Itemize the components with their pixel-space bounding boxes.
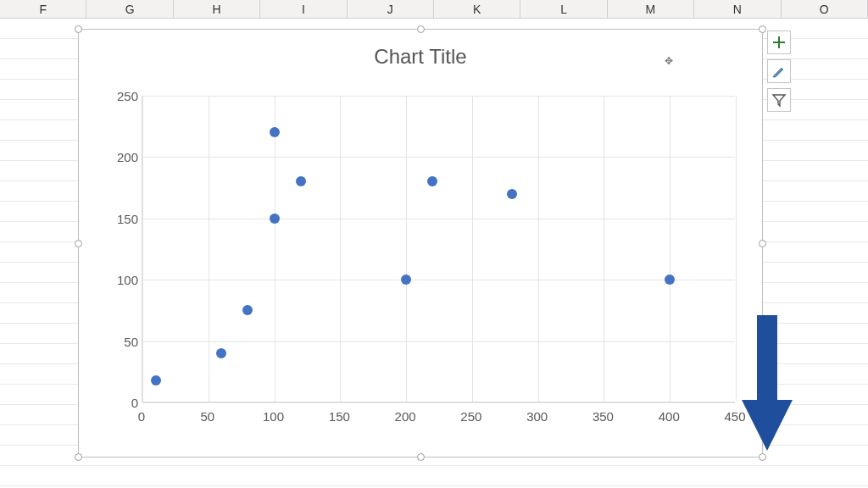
x-tick-label: 300 bbox=[526, 409, 548, 424]
x-tick-label: 250 bbox=[460, 409, 481, 424]
resize-handle[interactable] bbox=[75, 453, 82, 461]
data-point[interactable] bbox=[507, 189, 517, 199]
resize-handle[interactable] bbox=[417, 453, 425, 461]
data-point[interactable] bbox=[216, 348, 226, 358]
col-header[interactable]: H bbox=[174, 0, 260, 18]
arrow-annotation bbox=[742, 315, 793, 454]
x-tick-label: 0 bbox=[138, 409, 145, 424]
col-header[interactable]: N bbox=[694, 0, 781, 18]
move-cursor-icon: ✥ bbox=[665, 55, 672, 67]
resize-handle[interactable] bbox=[417, 25, 425, 33]
data-point[interactable] bbox=[665, 274, 675, 285]
x-tick-label: 350 bbox=[593, 409, 614, 424]
data-point[interactable] bbox=[296, 176, 306, 186]
col-header[interactable]: M bbox=[608, 0, 694, 18]
y-tick-label: 0 bbox=[104, 396, 138, 410]
resize-handle[interactable] bbox=[75, 25, 82, 33]
col-header[interactable]: I bbox=[260, 0, 347, 18]
data-point[interactable] bbox=[270, 127, 280, 137]
chart-elements-button[interactable] bbox=[767, 30, 791, 54]
brush-icon bbox=[771, 64, 787, 79]
x-tick-label: 150 bbox=[329, 409, 350, 424]
chart-object[interactable]: Chart Title ✥ 05010015020025030035040045… bbox=[78, 29, 763, 458]
col-header[interactable]: K bbox=[434, 0, 520, 18]
y-tick-label: 150 bbox=[104, 211, 138, 225]
col-header[interactable]: G bbox=[86, 0, 173, 18]
data-point[interactable] bbox=[401, 274, 411, 285]
chart-filters-button[interactable] bbox=[767, 88, 791, 112]
chart-styles-button[interactable] bbox=[767, 59, 791, 83]
x-tick-label: 50 bbox=[200, 409, 214, 424]
funnel-icon bbox=[771, 92, 787, 108]
plot-area[interactable]: 0501001502002503003504004500501001502002… bbox=[101, 96, 745, 438]
resize-handle[interactable] bbox=[75, 240, 82, 247]
y-tick-label: 100 bbox=[104, 273, 138, 287]
data-point[interactable] bbox=[270, 214, 280, 224]
chart-title[interactable]: Chart Title bbox=[79, 30, 762, 69]
chart-side-buttons bbox=[767, 30, 791, 112]
data-point[interactable] bbox=[427, 176, 437, 186]
col-header[interactable]: F bbox=[0, 0, 86, 18]
y-tick-label: 50 bbox=[104, 334, 138, 348]
data-point[interactable] bbox=[242, 305, 253, 315]
y-tick-label: 200 bbox=[104, 150, 138, 164]
y-tick-label: 250 bbox=[104, 89, 138, 103]
x-tick-label: 400 bbox=[659, 409, 680, 424]
col-header[interactable]: O bbox=[782, 0, 868, 18]
column-headers: F G H I J K L M N O bbox=[0, 0, 868, 19]
col-header[interactable]: L bbox=[520, 0, 607, 18]
data-point[interactable] bbox=[151, 375, 161, 385]
resize-handle[interactable] bbox=[759, 25, 766, 33]
x-tick-label: 100 bbox=[263, 409, 284, 424]
x-tick-label: 200 bbox=[395, 409, 416, 424]
col-header[interactable]: J bbox=[348, 0, 434, 18]
resize-handle[interactable] bbox=[759, 240, 766, 247]
plus-icon bbox=[771, 35, 787, 50]
resize-handle[interactable] bbox=[759, 453, 766, 461]
